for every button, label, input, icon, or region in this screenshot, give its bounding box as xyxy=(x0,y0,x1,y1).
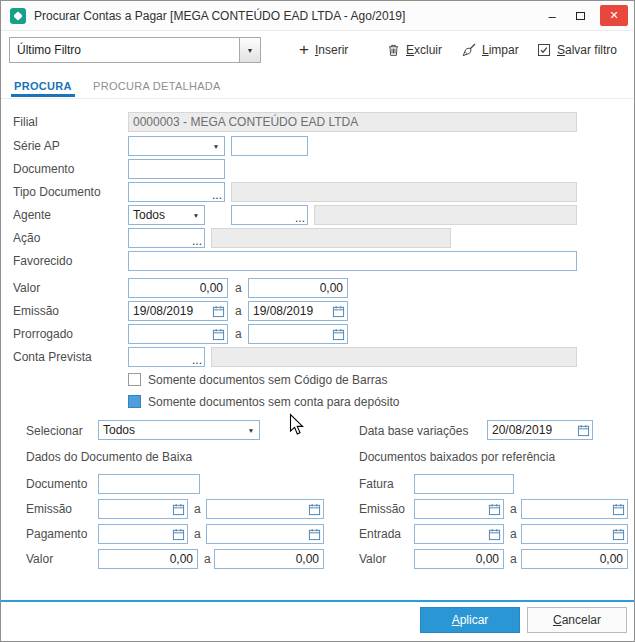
chevron-glyph: ▼ xyxy=(193,212,199,219)
documento-label: Documento xyxy=(13,162,74,176)
data-base-variacoes-input[interactable]: 20/08/2019 xyxy=(487,420,593,440)
valor-from-input[interactable]: 0,00 xyxy=(128,278,228,298)
ref-emissao-label: Emissão xyxy=(359,502,405,516)
emissao-from-input[interactable]: 19/08/2019 xyxy=(128,301,228,321)
calendar-icon[interactable] xyxy=(212,305,225,318)
save-filter-button-label: Salvar filtro xyxy=(557,43,617,57)
tab-procura[interactable]: PROCURA xyxy=(14,80,72,92)
baixa-valor-from-input[interactable]: 0,00 xyxy=(98,549,198,569)
selecionar-combo[interactable]: Todos ▼ xyxy=(98,420,260,440)
checkbox-sem-codigo-barras-label: Somente documentos sem Código de Barras xyxy=(148,373,387,387)
tipo-documento-lookup[interactable]: ... xyxy=(128,182,225,202)
baixa-emissao-to-input[interactable] xyxy=(206,499,324,519)
delete-button[interactable]: Excluir xyxy=(387,39,442,61)
calendar-icon[interactable] xyxy=(612,528,625,541)
filter-dropdown-value: Último Filtro xyxy=(10,43,239,57)
acao-lookup[interactable]: ... xyxy=(128,228,205,248)
lookup-ellipsis-icon[interactable]: ... xyxy=(212,189,222,201)
apply-button[interactable]: Aplicar xyxy=(420,607,520,633)
chevron-down-icon[interactable]: ▼ xyxy=(239,38,260,62)
conta-prevista-lookup[interactable]: ... xyxy=(128,347,205,367)
ref-emissao-from-input[interactable] xyxy=(414,499,504,519)
save-filter-button[interactable]: Salvar filtro xyxy=(537,39,617,61)
trash-icon xyxy=(387,43,400,57)
tab-procura-detalhada[interactable]: PROCURA DETALHADA xyxy=(93,80,221,92)
baixa-documento-input[interactable] xyxy=(98,474,200,494)
clear-button[interactable]: Limpar xyxy=(462,39,519,61)
favorecido-input[interactable] xyxy=(128,251,577,271)
close-icon: ✕ xyxy=(609,9,618,22)
ref-entrada-to-input[interactable] xyxy=(521,524,628,544)
baixa-pagamento-to-input[interactable] xyxy=(206,524,324,544)
data-base-variacoes-label: Data base variações xyxy=(359,424,468,438)
ref-valor-from-value: 0,00 xyxy=(476,552,499,566)
lookup-ellipsis-icon[interactable]: ... xyxy=(192,354,202,366)
checkbox-sem-codigo-barras[interactable] xyxy=(128,373,141,386)
cancel-button-label: Cancelar xyxy=(553,613,601,627)
ref-valor-from-input[interactable]: 0,00 xyxy=(414,549,504,569)
emissao-to-input[interactable]: 19/08/2019 xyxy=(248,301,348,321)
baixa-pagamento-label: Pagamento xyxy=(26,527,87,541)
mouse-cursor xyxy=(289,413,306,437)
selecionar-combo-value: Todos xyxy=(99,423,243,437)
chevron-glyph: ▼ xyxy=(248,427,254,434)
chevron-down-icon[interactable]: ▼ xyxy=(208,137,224,155)
title-bar[interactable]: Procurar Contas a Pagar [MEGA CONTEÚDO E… xyxy=(1,1,634,31)
calendar-icon[interactable] xyxy=(488,503,501,516)
calendar-icon[interactable] xyxy=(612,503,625,516)
ref-fatura-input[interactable] xyxy=(414,474,514,494)
ref-fatura-label: Fatura xyxy=(359,477,394,491)
insert-button[interactable]: + Inserir xyxy=(299,39,348,61)
tab-active-underline xyxy=(11,94,75,97)
range-separator: a xyxy=(194,502,201,516)
chevron-down-icon[interactable]: ▼ xyxy=(188,206,204,224)
app-icon xyxy=(10,8,26,24)
ref-entrada-from-input[interactable] xyxy=(414,524,504,544)
conta-prevista-desc xyxy=(211,347,577,367)
minimize-button[interactable]: – xyxy=(542,7,562,25)
calendar-icon[interactable] xyxy=(308,528,321,541)
serie-ap-input[interactable] xyxy=(231,136,308,156)
insert-button-label: Inserir xyxy=(315,43,348,57)
filter-dropdown[interactable]: Último Filtro ▼ xyxy=(9,37,261,63)
valor-to-value: 0,00 xyxy=(320,281,343,295)
valor-label: Valor xyxy=(13,281,40,295)
chevron-down-icon[interactable]: ▼ xyxy=(243,421,259,439)
conta-prevista-label: Conta Prevista xyxy=(13,350,92,364)
prorrogado-to-input[interactable] xyxy=(248,324,348,344)
dialog-window: Procurar Contas a Pagar [MEGA CONTEÚDO E… xyxy=(0,0,635,642)
lookup-ellipsis-icon[interactable]: ... xyxy=(295,212,305,224)
emissao-from-value: 19/08/2019 xyxy=(133,304,193,318)
agente-combo[interactable]: Todos ▼ xyxy=(128,205,205,225)
baixa-emissao-from-input[interactable] xyxy=(98,499,188,519)
calendar-icon[interactable] xyxy=(332,328,345,341)
lookup-ellipsis-icon[interactable]: ... xyxy=(192,235,202,247)
ref-emissao-to-input[interactable] xyxy=(521,499,628,519)
prorrogado-from-input[interactable] xyxy=(128,324,228,344)
baixa-valor-to-input[interactable]: 0,00 xyxy=(214,549,324,569)
selecionar-label: Selecionar xyxy=(26,424,83,438)
maximize-icon xyxy=(576,12,585,20)
calendar-icon[interactable] xyxy=(332,305,345,318)
baixa-pagamento-from-input[interactable] xyxy=(98,524,188,544)
cancel-button[interactable]: Cancelar xyxy=(527,607,627,633)
plus-icon: + xyxy=(299,43,309,57)
checkbox-sem-conta-deposito[interactable] xyxy=(128,395,141,408)
calendar-icon[interactable] xyxy=(577,424,590,437)
calendar-icon[interactable] xyxy=(488,528,501,541)
close-button[interactable]: ✕ xyxy=(600,5,628,26)
calendar-icon[interactable] xyxy=(212,328,225,341)
range-separator: a xyxy=(510,552,517,566)
valor-to-input[interactable]: 0,00 xyxy=(248,278,348,298)
calendar-icon[interactable] xyxy=(172,528,185,541)
serie-ap-combo[interactable]: ▼ xyxy=(128,136,225,156)
documento-input[interactable] xyxy=(128,159,225,179)
maximize-button[interactable] xyxy=(570,7,590,25)
ref-valor-to-input[interactable]: 0,00 xyxy=(521,549,628,569)
calendar-icon[interactable] xyxy=(172,503,185,516)
ref-entrada-label: Entrada xyxy=(359,527,401,541)
filial-input[interactable]: 0000003 - MEGA CONTEÚDO EAD LTDA xyxy=(128,112,577,132)
tipo-documento-desc xyxy=(231,182,577,202)
calendar-icon[interactable] xyxy=(308,503,321,516)
agente-lookup[interactable]: ... xyxy=(231,205,308,225)
